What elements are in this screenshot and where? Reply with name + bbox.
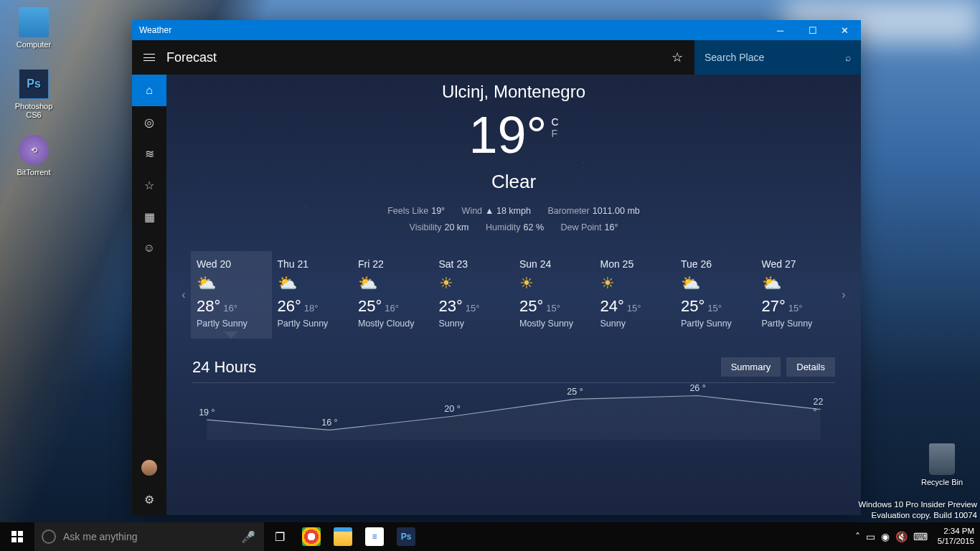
weather-content: Ulcinj, Montenegro 19° C F Clear Feels L… [166,75,861,515]
forecast-low: 15° [788,303,803,314]
forecast-day-label: Wed 27 [762,258,831,270]
taskbar-app-wordpad[interactable]: ≡ [359,522,390,551]
icon-label: BitTorrent [9,168,59,176]
forecast-day[interactable]: Fri 22⛅25°16°Mostly Cloudy [352,251,433,339]
sidebar-item-settings[interactable]: ⚙ [132,484,166,515]
weather-icon: ⛅ [681,274,750,293]
forecast-low: 18° [304,303,319,314]
window-titlebar[interactable]: Weather ─ ☐ ✕ [132,20,861,40]
forecast-day[interactable]: Sun 24☀25°15°Mostly Sunny [514,251,595,339]
forecast-high: 26° [278,297,301,315]
tray-chevron-icon[interactable]: ˄ [855,531,860,542]
forecast-day[interactable]: Wed 27⛅27°15°Partly Sunny [756,251,837,339]
sidebar-item-home[interactable]: ⌂ [132,75,166,106]
sidebar-avatar[interactable] [132,452,166,484]
forecast-low: 15° [466,303,480,314]
close-button[interactable]: ✕ [829,20,861,40]
keyboard-icon[interactable]: ⌨ [913,531,928,542]
forecast-high: 24° [600,297,624,315]
desktop-icon-photoshop[interactable]: Ps Photoshop CS6 [9,69,59,119]
monitor-icon [19,7,49,37]
battery-icon[interactable]: ▭ [866,531,875,542]
sidebar-item-maps[interactable]: ◎ [132,106,166,138]
forecast-row: ‹ Wed 20⛅28°16°Partly SunnyThu 21⛅26°18°… [166,251,861,339]
taskbar-app-chrome[interactable] [296,522,327,551]
unit-fahrenheit[interactable]: F [551,128,558,139]
forecast-day-label: Fri 22 [358,258,428,270]
forecast-day[interactable]: Tue 26⛅25°15°Partly Sunny [675,251,756,339]
hourly-point-label: 19 ° [199,408,215,418]
sidebar-item-history[interactable]: ≋ [132,138,166,169]
svg-rect-1 [18,531,23,536]
forecast-low: 16° [385,303,399,314]
sidebar-item-news[interactable]: ▦ [132,201,166,232]
details-button[interactable]: Details [786,357,835,377]
cortana-search[interactable]: Ask me anything 🎤 [34,522,264,551]
forecast-day[interactable]: Wed 20⛅28°16°Partly Sunny [191,251,272,339]
search-box[interactable]: Search Place ⌕ [694,40,861,75]
taskbar-app-photoshop[interactable]: Ps [390,522,422,551]
window-title: Weather [139,25,171,35]
hourly-chart: 19 °16 °20 °25 °26 °22 ° [192,382,835,440]
search-icon: ⌕ [845,52,851,63]
forecast-desc: Partly Sunny [681,319,750,329]
wifi-icon[interactable]: ◉ [881,531,890,542]
weather-details: Feels Like19° Wind▲ 18 kmph Barometer101… [166,203,861,235]
forecast-high: 25° [358,297,382,315]
forecast-desc: Sunny [439,319,509,329]
condition-text: Clear [166,171,861,193]
page-title: Forecast [166,50,217,65]
forecast-high: 28° [197,297,220,315]
taskbar-app-explorer[interactable] [327,522,359,551]
app-header: Forecast ☆ Search Place ⌕ [132,40,861,75]
search-placeholder: Search Place [705,52,764,63]
clock[interactable]: 2:34 PM 5/17/2015 [938,527,974,547]
sidebar-item-feedback[interactable]: ☺ [132,232,166,264]
weather-window: Weather ─ ☐ ✕ Forecast ☆ Search Place ⌕ … [132,20,861,515]
taskbar: Ask me anything 🎤 ❐ ≡ Ps ˄ ▭ ◉ 🔇 ⌨ 2:34 … [0,522,980,551]
weather-icon: ☀ [600,274,670,293]
weather-icon: ⛅ [197,274,266,293]
summary-button[interactable]: Summary [721,357,781,377]
unit-celsius[interactable]: C [551,116,558,128]
hourly-point-label: 20 ° [444,404,460,414]
forecast-prev-button[interactable]: ‹ [176,251,191,339]
temp-value: 19° [468,109,547,161]
desktop-icon-computer[interactable]: Computer [9,7,59,49]
hamburger-button[interactable] [132,40,166,75]
task-view-button[interactable]: ❐ [264,522,296,551]
mic-icon[interactable]: 🎤 [241,530,255,544]
maximize-button[interactable]: ☐ [796,20,829,40]
desktop-icon-recyclebin[interactable]: Recycle Bin [917,443,967,486]
forecast-day[interactable]: Sat 23☀23°15°Sunny [433,251,514,339]
forecast-day-label: Mon 25 [600,258,670,270]
desktop-icon-bittorrent[interactable]: ⟲ BitTorrent [9,135,59,176]
forecast-high: 27° [762,297,786,315]
favorite-button[interactable]: ☆ [660,50,694,65]
forecast-desc: Partly Sunny [278,319,347,329]
svg-rect-3 [18,537,23,542]
forecast-day[interactable]: Mon 25☀24°15°Sunny [595,251,676,339]
hourly-point-label: 26 ° [689,383,705,393]
forecast-next-button[interactable]: › [837,251,851,339]
start-button[interactable] [0,522,34,551]
forecast-day-label: Tue 26 [681,258,750,270]
forecast-day[interactable]: Thu 21⛅26°18°Partly Sunny [272,251,353,339]
forecast-high: 23° [439,297,463,315]
cortana-placeholder: Ask me anything [63,531,241,542]
sidebar: ⌂ ◎ ≋ ☆ ▦ ☺ ⚙ [132,75,166,515]
svg-rect-0 [11,531,17,536]
location-name: Ulcinj, Montenegro [166,82,861,102]
hourly-title: 24 Hours [192,358,256,377]
sidebar-item-favorites[interactable]: ☆ [132,169,166,201]
system-tray: ˄ ▭ ◉ 🔇 ⌨ 2:34 PM 5/17/2015 [855,527,980,547]
weather-icon: ⛅ [358,274,428,293]
minimize-button[interactable]: ─ [764,20,796,40]
forecast-low: 15° [707,303,722,314]
svg-rect-2 [11,537,17,542]
icon-label: Photoshop CS6 [9,102,59,119]
icon-label: Computer [9,40,59,49]
forecast-high: 25° [519,297,543,315]
hourly-point-label: 16 ° [321,418,337,428]
volume-icon[interactable]: 🔇 [895,531,908,542]
